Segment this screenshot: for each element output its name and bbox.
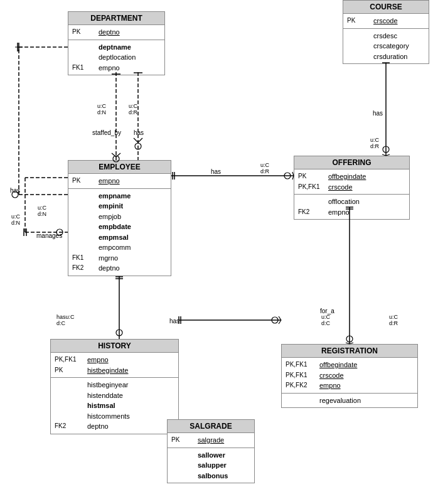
svg-line-3 [116,153,120,157]
history-fields-section: histbeginyear histenddate histmsal histc… [51,378,178,434]
department-title: DEPARTMENT [68,12,164,25]
label-has-left: has [10,187,20,194]
entity-offering: OFFERING PK offbegindate PK,FK1 crscode … [294,156,410,220]
label-staffed-by: staffed_by [92,129,121,136]
offering-pk-section: PK offbegindate PK,FK1 crscode [294,169,409,195]
svg-line-43 [279,320,281,324]
entity-employee: EMPLOYEE PK empno empname empinit empjob… [68,160,171,276]
salgrade-pk-section: PK salgrade [168,433,254,448]
entity-registration: REGISTRATION PK,FK1 offbegindate PK,FK1 … [281,344,418,408]
label-uc-dn-dept-left: u:Cd:N [11,213,20,226]
employee-title: EMPLOYEE [68,161,171,174]
entity-history: HISTORY PK,FK1 empno PK histbegindate hi… [50,339,179,434]
label-uc-dn-emp-self: u:Cd:N [38,205,46,217]
label-uc-dc-offering-reg: u:Cd:C [321,314,330,326]
label-has-course: has [373,110,383,117]
svg-line-9 [138,138,142,142]
label-uc-dr-reg: u:Cd:R [389,314,398,326]
svg-point-24 [284,173,291,179]
history-pk-section: PK,FK1 empno PK histbegindate [51,353,178,378]
label-has-dept-emp: has [134,129,144,136]
svg-point-35 [116,330,122,336]
course-fields-section: crsdesc crscategory crsduration [343,29,429,64]
department-fields-section: deptname deptlocation FK1empno [68,40,164,75]
label-manages: manages [36,232,62,239]
entity-course: COURSE PK crscode crsdesc crscategory cr… [343,0,429,64]
employee-pk-section: PK empno [68,174,171,189]
label-has-emp-offering: has [211,168,221,175]
department-pk-section: PK deptno [68,25,164,40]
svg-point-45 [346,336,353,342]
svg-line-8 [134,138,138,142]
registration-fields-section: regevaluation [282,394,417,408]
history-title: HISTORY [51,340,178,353]
svg-point-6 [135,143,141,149]
erd-diagram: DEPARTMENT PK deptno deptname deptlocati… [0,0,433,504]
registration-title: REGISTRATION [282,345,417,358]
label-uc-dr-course-offering: u:Cd:R [370,137,379,149]
label-uc-dn-dept-emp1: u:Cd:N [97,103,106,115]
salgrade-title: SALGRADE [168,420,254,433]
entity-salgrade: SALGRADE PK salgrade sallower salupper s… [167,419,255,483]
svg-point-39 [272,317,278,323]
salgrade-fields-section: sallower salupper salbonus [168,448,254,483]
registration-pk-section: PK,FK1 offbegindate PK,FK1 crscode PK,FK… [282,358,417,394]
label-hasu-hasd: hasu:Cd:C [56,314,75,326]
offering-fields-section: offlocation FK2empno [294,195,409,219]
course-title: COURSE [343,1,429,14]
label-uc-dr-emp-offering: u:Cd:R [260,162,269,174]
svg-line-2 [112,153,116,157]
offering-title: OFFERING [294,156,409,169]
label-uc-dr-dept-emp2: u:Cd:R [129,103,137,115]
course-pk-section: PK crscode [343,14,429,29]
employee-fields-section: empname empinit empjob empbdate empmsal … [68,189,171,276]
svg-point-30 [383,146,389,153]
entity-department: DEPARTMENT PK deptno deptname deptlocati… [68,11,165,75]
svg-line-42 [279,316,281,320]
label-has-history: has [169,318,179,324]
